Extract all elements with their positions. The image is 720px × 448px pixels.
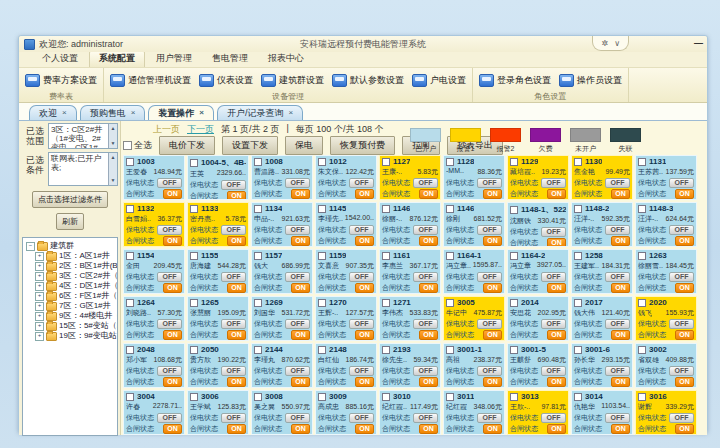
card-checkbox[interactable]: [254, 158, 262, 166]
tree-item-6[interactable]: +9区：4#楼电井（4#楼...: [35, 311, 117, 321]
baodian-off-button[interactable]: OFF: [541, 227, 566, 237]
hezha-on-button[interactable]: ON: [547, 238, 566, 247]
hezha-on-button[interactable]: ON: [547, 189, 566, 199]
hezha-on-button[interactable]: ON: [483, 330, 502, 340]
baodian-off-button[interactable]: OFF: [413, 319, 438, 329]
meter-card[interactable]: 1127 王康-.. 5.83元 保电状态 OFF 合闸状态 ON: [379, 155, 441, 200]
baodian-off-button[interactable]: OFF: [605, 225, 630, 235]
card-checkbox[interactable]: [638, 158, 646, 166]
meter-card[interactable]: 1008 曹温路.. 331.08元 保电状态 OFF 合闸状态 ON: [251, 155, 313, 200]
meter-card[interactable]: 1265 张慧丽 195.09元 保电状态 OFF 合闸状态 ON: [187, 296, 249, 341]
hezha-on-button[interactable]: ON: [163, 189, 182, 199]
meter-card[interactable]: 1129 藏培霞.. 19.23元 保电状态 OFF 合闸状态 ON: [507, 155, 569, 200]
hezha-on-button[interactable]: ON: [611, 236, 630, 246]
meter-card[interactable]: 2014 安思花 202.95元 保电状态 OFF 合闸状态 ON: [507, 296, 569, 341]
hezha-on-button[interactable]: ON: [675, 283, 694, 293]
baodian-off-button[interactable]: OFF: [157, 413, 182, 423]
hezha-on-button[interactable]: ON: [227, 377, 246, 387]
style-icon[interactable]: ✲: [601, 39, 608, 48]
meter-card[interactable]: 1263 徐丽雪.. 184.45元 保电状态 OFF 合闸状态 ON: [635, 249, 697, 294]
card-checkbox[interactable]: [318, 393, 326, 401]
expand-icon[interactable]: +: [35, 312, 44, 321]
hezha-on-button[interactable]: ON: [163, 377, 182, 387]
card-checkbox[interactable]: [638, 299, 646, 307]
menu-item-3[interactable]: 售电管理: [203, 51, 257, 67]
menu-item-2[interactable]: 用户管理: [147, 51, 201, 67]
card-checkbox[interactable]: [318, 299, 326, 307]
card-checkbox[interactable]: [510, 393, 518, 401]
expand-icon[interactable]: +: [35, 332, 44, 341]
baodian-off-button[interactable]: OFF: [413, 178, 438, 188]
baodian-off-button[interactable]: OFF: [477, 366, 502, 376]
baodian-off-button[interactable]: OFF: [413, 366, 438, 376]
baodian-off-button[interactable]: OFF: [285, 366, 310, 376]
baodian-off-button[interactable]: OFF: [669, 272, 694, 282]
meter-card[interactable]: 3004 许春 2278.71.. 保电状态 OFF 合闸状态 ON: [123, 390, 185, 435]
choose-filter-button[interactable]: 点击选择过滤条件: [32, 191, 108, 208]
expand-icon[interactable]: +: [35, 292, 44, 301]
baodian-off-button[interactable]: OFF: [221, 225, 246, 235]
hezha-on-button[interactable]: ON: [291, 377, 310, 387]
card-checkbox[interactable]: [254, 346, 262, 354]
tab-close-icon[interactable]: ×: [62, 109, 67, 117]
baodian-off-button[interactable]: OFF: [221, 366, 246, 376]
meter-card[interactable]: 1128 -MM.. 88.36元 保电状态 OFF 合闸状态 ON: [443, 155, 505, 200]
baodian-off-button[interactable]: OFF: [605, 413, 630, 423]
card-checkbox[interactable]: [382, 205, 390, 213]
tab-close-icon[interactable]: ×: [289, 109, 294, 117]
tree-item-4[interactable]: +6区：F区1#井（F区1#...: [35, 291, 117, 301]
meter-card[interactable]: 3006 王学斌 125.83元 保电状态 OFF 合闸状态 ON: [187, 390, 249, 435]
meter-card[interactable]: 1269 刘国华 531.72元 保电状态 OFF 合闸状态 ON: [251, 296, 313, 341]
meter-card[interactable]: 3016 谢辉 339.29元 保电状态 OFF 合闸状态 ON: [635, 390, 697, 435]
hezha-on-button[interactable]: ON: [675, 236, 694, 246]
expand-icon[interactable]: +: [35, 252, 44, 261]
meter-card[interactable]: 1004-5、4B— 王英 2329.66.. 保电状态 OFF 合闸状态 ON: [187, 155, 249, 200]
baodian-off-button[interactable]: OFF: [349, 319, 374, 329]
baodian-off-button[interactable]: OFF: [605, 272, 630, 282]
card-checkbox[interactable]: [574, 252, 582, 260]
ribbon-button-2-0[interactable]: 登录角色设置: [479, 74, 551, 87]
hezha-on-button[interactable]: ON: [163, 424, 182, 434]
baodian-off-button[interactable]: OFF: [477, 272, 502, 282]
meter-card[interactable]: 2050 贵方欣 190.22元 保电状态 OFF 合闸状态 ON: [187, 343, 249, 388]
card-checkbox[interactable]: [318, 252, 326, 260]
doc-tab-3[interactable]: 开户/记录查询×: [217, 105, 303, 120]
baodian-off-button[interactable]: OFF: [157, 178, 182, 188]
hezha-on-button[interactable]: ON: [355, 330, 374, 340]
baodian-off-button[interactable]: OFF: [221, 272, 246, 282]
collapse-icon[interactable]: −: [26, 242, 35, 251]
baodian-off-button[interactable]: OFF: [221, 413, 246, 423]
hezha-on-button[interactable]: ON: [419, 424, 438, 434]
baodian-off-button[interactable]: OFF: [669, 413, 694, 423]
hezha-on-button[interactable]: ON: [547, 330, 566, 340]
hezha-on-button[interactable]: ON: [419, 236, 438, 246]
card-checkbox[interactable]: [126, 205, 134, 213]
hezha-on-button[interactable]: ON: [611, 330, 630, 340]
hezha-on-button[interactable]: ON: [675, 189, 694, 199]
meter-card[interactable]: 3008 吴之翼 550.97元 保电状态 OFF 合闸状态 ON: [251, 390, 313, 435]
card-checkbox[interactable]: [126, 346, 134, 354]
range-scrollbar[interactable]: ▲▼: [108, 124, 117, 148]
baodian-off-button[interactable]: OFF: [669, 319, 694, 329]
card-checkbox[interactable]: [190, 205, 198, 213]
card-checkbox[interactable]: [446, 299, 454, 307]
card-checkbox[interactable]: [446, 252, 454, 260]
baodian-off-button[interactable]: OFF: [285, 319, 310, 329]
card-checkbox[interactable]: [638, 393, 646, 401]
meter-card[interactable]: 1132 白雪娟.. 36.37元 保电状态 OFF 合闸状态 ON: [123, 202, 185, 247]
card-checkbox[interactable]: [318, 158, 326, 166]
meter-card[interactable]: 1130 焦金艳 99.49元 保电状态 OFF 合闸状态 ON: [571, 155, 633, 200]
card-checkbox[interactable]: [318, 346, 326, 354]
hezha-on-button[interactable]: ON: [291, 283, 310, 293]
meter-card[interactable]: 1155 唐海建 544.28元 保电状态 OFF 合闸状态 ON: [187, 249, 249, 294]
hezha-on-button[interactable]: ON: [675, 330, 694, 340]
toolbar-button-3[interactable]: 恢复预付费: [330, 136, 395, 155]
baodian-off-button[interactable]: OFF: [349, 272, 374, 282]
meter-card[interactable]: 1146 徐丽-.. 876.12元 保电状态 OFF 合闸状态 ON: [379, 202, 441, 247]
card-checkbox[interactable]: [446, 205, 454, 213]
card-checkbox[interactable]: [510, 299, 518, 307]
meter-card[interactable]: 1145 李瑾先.. 1542.00.. 保电状态 OFF 合闸状态 ON: [315, 202, 377, 247]
ribbon-button-0-0[interactable]: 费率方案设置: [25, 74, 97, 87]
card-checkbox[interactable]: [318, 205, 326, 213]
hezha-on-button[interactable]: ON: [611, 424, 630, 434]
